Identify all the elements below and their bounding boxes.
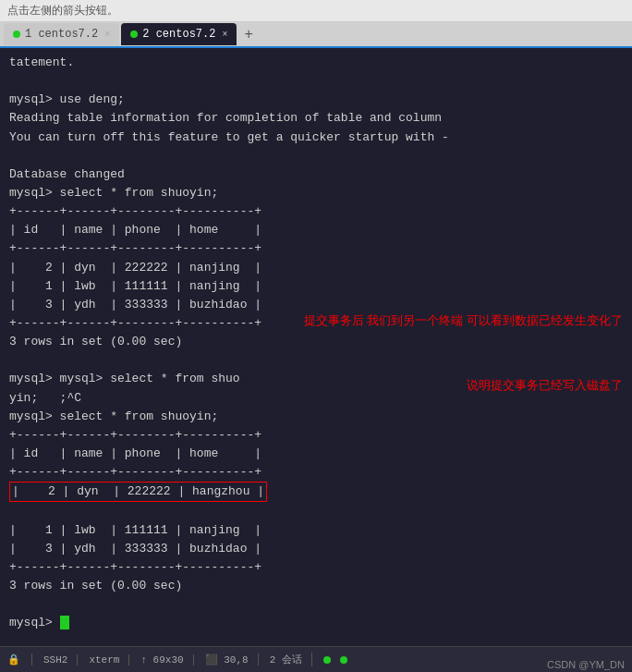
tab1-dot <box>13 31 20 38</box>
line-21: | id | name | phone | home | <box>9 446 261 460</box>
size-label: ↑ 69x30 <box>140 654 183 666</box>
status-ssh: SSH2 <box>43 654 78 666</box>
line-22: +------+------+--------+----------+ <box>9 465 261 479</box>
line-23-highlighted: | 2 | dyn | 222222 | hangzhou | <box>9 482 267 502</box>
lock-icon: 🔒 <box>7 654 20 666</box>
line-3: Reading table information for completion… <box>9 111 442 125</box>
line-11: | 2 | dyn | 222222 | nanjing | <box>9 261 261 275</box>
top-bar-hint: 点击左侧的箭头按钮。 <box>7 3 118 18</box>
status-lock: 🔒 <box>7 654 32 666</box>
top-bar: 点击左侧的箭头按钮。 <box>0 0 632 22</box>
line-6: Database changed <box>9 167 125 181</box>
sessions-label: 2 会话 <box>270 653 302 666</box>
status-size: ↑ 69x30 <box>140 654 193 666</box>
line-27: 3 rows in set (0.00 sec) <box>9 579 182 593</box>
line-18: yin; ;^C <box>9 391 81 405</box>
line-26: +------+------+--------+----------+ <box>9 560 261 574</box>
csdn-watermark: CSDN @YM_DN <box>547 659 625 670</box>
line-8: +------+------+--------+----------+ <box>9 204 261 218</box>
line-20: +------+------+--------+----------+ <box>9 428 261 442</box>
xterm-label: xterm <box>89 654 119 666</box>
tab2-dot <box>130 31 138 38</box>
tab-2[interactable]: 2 centos7.2 × <box>121 23 237 45</box>
terminal-content: tatement. mysql> use deng; Reading table… <box>9 54 623 632</box>
terminal-area[interactable]: tatement. mysql> use deng; Reading table… <box>0 48 632 646</box>
tab-add-button[interactable]: + <box>238 26 258 43</box>
coords-label: ⬛ 30,8 <box>205 654 249 666</box>
line-24: | 1 | lwb | 111111 | nanjing | <box>9 523 261 537</box>
status-xterm: xterm <box>89 654 129 666</box>
status-coords: ⬛ 30,8 <box>205 654 259 666</box>
tab2-close[interactable]: × <box>222 30 227 40</box>
cursor <box>60 616 69 629</box>
tab-bar: 1 centos7.2 × 2 centos7.2 × + <box>0 22 632 48</box>
line-9: | id | name | phone | home | <box>9 223 261 237</box>
ssh-label: SSH2 <box>43 654 67 666</box>
line-10: +------+------+--------+----------+ <box>9 241 261 255</box>
status-sessions: 2 会话 <box>270 653 312 666</box>
line-25: | 3 | ydh | 333333 | buzhidao | <box>9 542 261 556</box>
line-29: mysql> <box>9 616 69 629</box>
line-0: tatement. <box>9 55 74 69</box>
line-4: You can turn off this feature to get a q… <box>9 130 449 144</box>
line-13: | 3 | ydh | 333333 | buzhidao | <box>9 298 261 312</box>
status-bar: 🔒 SSH2 xterm ↑ 69x30 ⬛ 30,8 2 会话 <box>0 646 632 672</box>
tab-1[interactable]: 1 centos7.2 × <box>4 23 119 45</box>
tab1-label: 1 centos7.2 <box>25 28 98 41</box>
green-status-dot2 <box>340 656 347 664</box>
annotation-2: 说明提交事务已经写入磁盘了 <box>467 376 623 396</box>
line-14: +------+------+--------+----------+ <box>9 316 261 330</box>
line-12: | 1 | lwb | 111111 | nanjing | <box>9 279 261 293</box>
tab2-label: 2 centos7.2 <box>142 28 215 41</box>
annotation-1: 提交事务后 我们到另一个终端 可以看到数据已经发生变化了 <box>304 312 623 331</box>
line-7: mysql> select * from shuoyin; <box>9 186 218 200</box>
tab1-close[interactable]: × <box>104 30 110 40</box>
green-status-dot <box>323 656 331 664</box>
line-2: mysql> use deng; <box>9 92 125 106</box>
line-15: 3 rows in set (0.00 sec) <box>9 335 182 348</box>
line-17: mysql> mysql> select * from shuo <box>9 372 240 385</box>
line-19: mysql> select * from shuoyin; <box>9 409 218 423</box>
